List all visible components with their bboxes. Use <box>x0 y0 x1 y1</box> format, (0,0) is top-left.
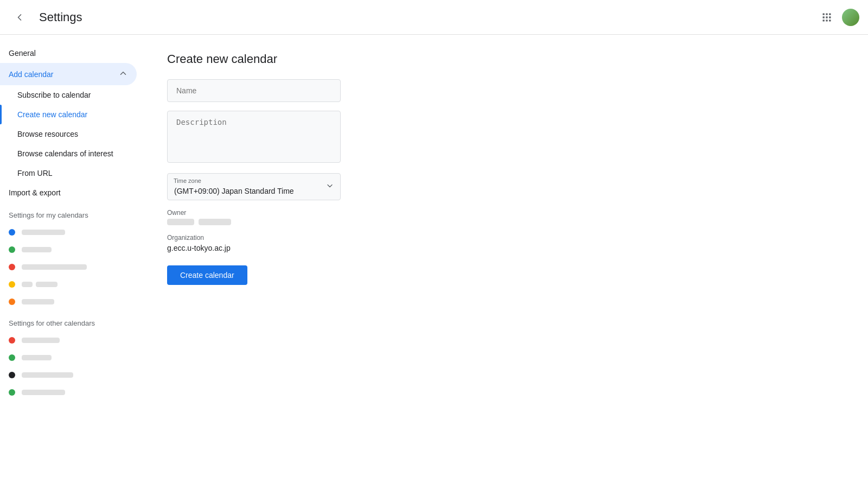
my-calendars-header: Settings for my calendars <box>0 202 141 224</box>
my-calendar-1[interactable] <box>0 224 141 241</box>
owner-blurred-1 <box>167 219 194 225</box>
svg-rect-8 <box>829 20 831 21</box>
calendar-dot-orange <box>9 299 15 305</box>
calendar-name-blurred <box>22 299 54 304</box>
description-input[interactable] <box>167 111 341 163</box>
create-calendar-title: Create new calendar <box>167 52 842 66</box>
organization-value: g.ecc.u-tokyo.ac.jp <box>167 244 842 252</box>
sidebar-subscribe-label: Subscribe to calendar <box>17 91 91 99</box>
other-calendar-3[interactable] <box>0 366 141 384</box>
calendar-name-blurred <box>22 355 52 360</box>
sidebar-item-subscribe[interactable]: Subscribe to calendar <box>0 85 137 105</box>
organization-field: Organization g.ecc.u-tokyo.ac.jp <box>167 234 842 252</box>
my-calendar-3[interactable] <box>0 258 141 276</box>
svg-rect-2 <box>829 13 831 15</box>
calendar-name-blurred <box>22 338 60 343</box>
svg-rect-1 <box>826 13 827 15</box>
calendar-name-blurred <box>22 230 65 235</box>
create-calendar-button[interactable]: Create calendar <box>167 265 247 285</box>
apps-icon[interactable] <box>816 7 838 28</box>
calendar-name-blurred <box>22 264 87 270</box>
calendar-name-blurred <box>22 247 52 252</box>
owner-blurred-2 <box>199 219 231 225</box>
timezone-select-wrapper: Time zone (GMT+09:00) Japan Standard Tim… <box>167 173 341 200</box>
svg-rect-5 <box>829 16 831 18</box>
avatar[interactable] <box>842 9 859 26</box>
calendar-dot-green <box>9 246 15 253</box>
sidebar-from-url-label: From URL <box>17 169 53 177</box>
timezone-select[interactable]: (GMT+09:00) Japan Standard Time <box>167 173 341 200</box>
sidebar-browse-resources-label: Browse resources <box>17 130 78 138</box>
sidebar-create-label: Create new calendar <box>17 110 87 119</box>
sidebar-item-browse-resources[interactable]: Browse resources <box>0 124 137 144</box>
calendar-dot-green3 <box>9 389 15 396</box>
calendar-name-blurred <box>22 390 65 395</box>
calendar-dot-red2 <box>9 337 15 344</box>
sidebar-add-calendar-label: Add calendar <box>9 70 54 79</box>
description-field <box>167 111 842 164</box>
header: Settings <box>0 0 868 35</box>
sidebar-item-add-calendar[interactable]: Add calendar <box>0 63 137 85</box>
sidebar-item-from-url[interactable]: From URL <box>0 163 137 183</box>
sidebar: General Add calendar Subscribe to calend… <box>0 35 141 489</box>
sidebar-item-browse-calendars[interactable]: Browse calendars of interest <box>0 144 137 163</box>
page-title: Settings <box>39 10 82 24</box>
calendar-name-blurred <box>22 372 73 378</box>
svg-rect-7 <box>826 20 827 21</box>
owner-value <box>167 219 842 225</box>
owner-label: Owner <box>167 209 842 217</box>
other-calendar-2[interactable] <box>0 349 141 366</box>
chevron-up-icon <box>118 68 128 80</box>
my-calendar-2[interactable] <box>0 241 141 258</box>
sidebar-item-general[interactable]: General <box>0 43 137 63</box>
calendar-dot-red <box>9 264 15 270</box>
owner-field: Owner <box>167 209 842 225</box>
header-right <box>816 7 859 28</box>
svg-rect-3 <box>823 16 825 18</box>
calendar-dot-green2 <box>9 354 15 361</box>
sidebar-general-label: General <box>9 49 36 58</box>
main-content: Create new calendar Time zone (GMT+09:00… <box>141 35 868 489</box>
timezone-field: Time zone (GMT+09:00) Japan Standard Tim… <box>167 173 842 200</box>
svg-rect-0 <box>823 13 825 15</box>
calendar-name-blurred <box>22 282 33 287</box>
calendar-dot-blue <box>9 229 15 236</box>
sidebar-import-export-label: Import & export <box>9 188 61 197</box>
svg-rect-6 <box>823 20 825 21</box>
sidebar-item-create-new-calendar[interactable]: Create new calendar <box>0 105 137 124</box>
header-left: Settings <box>9 7 82 28</box>
back-button[interactable] <box>9 7 30 28</box>
layout: General Add calendar Subscribe to calend… <box>0 35 868 489</box>
svg-rect-4 <box>826 16 827 18</box>
calendar-dot-black <box>9 372 15 378</box>
other-calendars-header: Settings for other calendars <box>0 310 141 332</box>
my-calendar-4[interactable] <box>0 276 141 293</box>
calendar-name-blurred <box>36 282 58 287</box>
other-calendar-4[interactable] <box>0 384 141 401</box>
name-input[interactable] <box>167 79 341 102</box>
sidebar-item-import-export[interactable]: Import & export <box>0 183 137 202</box>
my-calendar-5[interactable] <box>0 293 141 310</box>
name-field <box>167 79 842 102</box>
other-calendar-1[interactable] <box>0 332 141 349</box>
calendar-dot-yellow <box>9 281 15 288</box>
sidebar-browse-calendars-label: Browse calendars of interest <box>17 149 113 158</box>
organization-label: Organization <box>167 234 842 242</box>
